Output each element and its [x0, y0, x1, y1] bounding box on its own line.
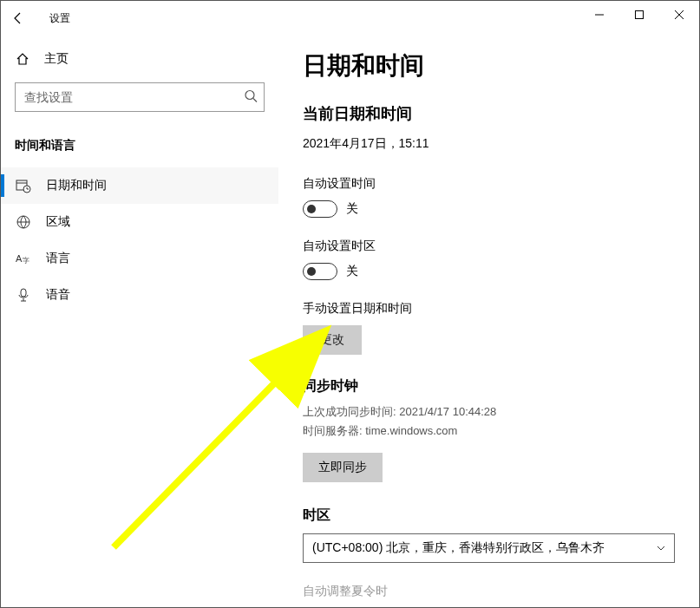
main-content: 日期和时间 当前日期和时间 2021年4月17日，15:11 自动设置时间 关 … — [278, 36, 699, 607]
current-datetime-heading: 当前日期和时间 — [303, 103, 675, 124]
sync-server: 时间服务器: time.windows.com — [303, 423, 675, 439]
microphone-icon — [15, 287, 32, 303]
svg-line-3 — [253, 99, 257, 102]
home-button[interactable]: 主页 — [1, 42, 278, 75]
auto-time-toggle[interactable] — [303, 200, 337, 218]
sidebar-item-label: 语音 — [46, 287, 70, 303]
sync-clock-heading: 同步时钟 — [303, 377, 675, 396]
sidebar-item-date-time[interactable]: 日期和时间 — [1, 167, 278, 204]
sidebar-item-speech[interactable]: 语音 — [1, 277, 278, 313]
globe-icon — [15, 214, 32, 230]
svg-point-2 — [245, 91, 254, 100]
sync-last-time: 上次成功同步时间: 2021/4/17 10:44:28 — [303, 404, 675, 420]
minimize-button[interactable] — [579, 1, 619, 29]
manual-set-label: 手动设置日期和时间 — [303, 301, 675, 317]
timezone-label: 时区 — [303, 507, 675, 525]
svg-rect-1 — [636, 11, 644, 19]
sidebar: 主页 时间和语言 日期和时间 区域 A字 语言 — [1, 36, 278, 607]
sidebar-item-language[interactable]: A字 语言 — [1, 240, 278, 277]
window-title: 设置 — [49, 11, 70, 26]
sidebar-item-region[interactable]: 区域 — [1, 204, 278, 240]
timezone-value: (UTC+08:00) 北京，重庆，香港特别行政区，乌鲁木齐 — [312, 540, 605, 556]
timezone-select[interactable]: (UTC+08:00) 北京，重庆，香港特别行政区，乌鲁木齐 — [303, 533, 675, 563]
svg-text:A: A — [16, 253, 23, 264]
category-heading: 时间和语言 — [1, 126, 278, 167]
auto-time-state: 关 — [346, 201, 358, 217]
auto-timezone-label: 自动设置时区 — [303, 239, 675, 254]
home-icon — [15, 52, 30, 66]
calendar-clock-icon — [15, 178, 32, 193]
auto-timezone-toggle[interactable] — [303, 263, 337, 280]
home-label: 主页 — [44, 51, 69, 67]
search-input[interactable] — [15, 82, 265, 112]
change-button[interactable]: 更改 — [303, 325, 362, 355]
svg-text:字: 字 — [23, 257, 29, 265]
auto-timezone-state: 关 — [346, 264, 358, 279]
language-icon: A字 — [15, 251, 32, 266]
svg-rect-10 — [21, 289, 26, 297]
sidebar-item-label: 日期和时间 — [46, 178, 107, 193]
back-button[interactable] — [1, 1, 36, 36]
maximize-button[interactable] — [619, 1, 659, 29]
page-title: 日期和时间 — [303, 49, 675, 82]
dst-label: 自动调整夏令时 — [303, 584, 675, 599]
auto-time-label: 自动设置时间 — [303, 176, 675, 192]
sync-now-button[interactable]: 立即同步 — [303, 453, 383, 482]
current-datetime-value: 2021年4月17日，15:11 — [303, 136, 675, 152]
close-button[interactable] — [659, 1, 699, 29]
sidebar-item-label: 语言 — [46, 251, 70, 266]
search-icon — [244, 89, 258, 106]
sidebar-item-label: 区域 — [46, 214, 70, 230]
chevron-down-icon — [657, 541, 665, 555]
